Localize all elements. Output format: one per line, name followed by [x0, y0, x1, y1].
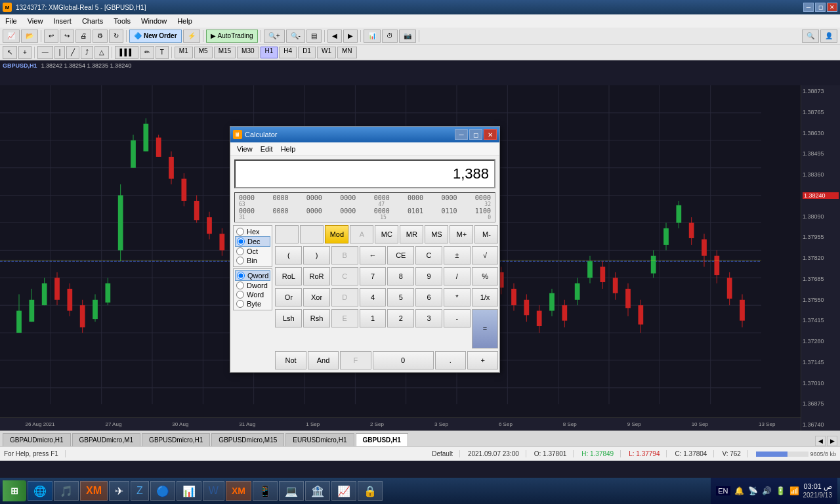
btn-mminus[interactable]: M-	[474, 225, 498, 243]
menu-file[interactable]: File	[0, 14, 22, 28]
hline-btn[interactable]: —	[37, 46, 53, 59]
chart-settings-btn[interactable]: ⚡	[183, 30, 200, 43]
btn-backspace[interactable]: ←	[360, 246, 387, 264]
btn-6[interactable]: 6	[415, 288, 442, 306]
btn-mplus[interactable]: M+	[450, 225, 473, 243]
radio-bin[interactable]: Bin	[235, 256, 270, 265]
zoom-out-btn[interactable]: 🔍-	[286, 30, 305, 43]
tab-gbpusd-h1[interactable]: GBPUSDmicro,H1	[142, 433, 210, 446]
dword-radio[interactable]	[236, 282, 244, 289]
btn-e[interactable]: E	[331, 309, 358, 327]
menu-tools[interactable]: Tools	[108, 14, 136, 28]
zoom-in-btn[interactable]: 🔍+	[264, 30, 285, 43]
clock-display[interactable]: 03:01 ص 2021/9/13	[803, 482, 833, 499]
indicators-btn[interactable]: 📊	[364, 30, 381, 43]
btn-0[interactable]: 0	[373, 351, 434, 369]
search-btn[interactable]: 🔍	[802, 30, 819, 43]
radio-qword[interactable]: Qword	[235, 270, 270, 281]
tab-gbpaud-m1[interactable]: GBPAUDmicro,M1	[72, 433, 141, 446]
taskbar-app5[interactable]: 🔒	[358, 481, 383, 501]
trendline-btn[interactable]: ╱	[66, 46, 79, 59]
taskbar-media[interactable]: 🎵	[54, 481, 79, 501]
btn-inv[interactable]: 1/x	[472, 288, 499, 306]
taskbar-xm[interactable]: XM	[80, 481, 108, 501]
btn-d[interactable]: D	[331, 288, 358, 306]
menu-view[interactable]: View	[22, 14, 49, 28]
byte-radio[interactable]	[236, 300, 244, 308]
btn-ms[interactable]: MS	[425, 225, 448, 243]
btn-ce[interactable]: CE	[387, 246, 414, 264]
new-order-btn[interactable]: 🔷 New Order	[129, 30, 182, 43]
dec-radio[interactable]	[237, 238, 245, 245]
triangle-btn[interactable]: △	[94, 46, 109, 59]
undo-btn[interactable]: ↩	[44, 30, 58, 43]
refresh-btn[interactable]: ↻	[109, 30, 123, 43]
platform-restore-btn[interactable]: ◻	[815, 3, 826, 12]
vline-btn[interactable]: |	[54, 46, 66, 59]
btn-a[interactable]: A	[350, 225, 373, 243]
taskbar-chrome[interactable]: 🔵	[150, 481, 175, 501]
btn-8[interactable]: 8	[387, 267, 414, 285]
taskbar-telegram[interactable]: ✈	[109, 481, 129, 501]
qword-radio[interactable]	[237, 272, 245, 280]
btn-b[interactable]: B	[331, 246, 358, 264]
timeframe-m1[interactable]: M1	[175, 47, 193, 58]
btn-sub[interactable]: -	[444, 309, 471, 327]
btn-lparen[interactable]: (	[275, 246, 302, 264]
btn-5[interactable]: 5	[387, 288, 414, 306]
timeframe-m15[interactable]: M15	[214, 47, 236, 58]
btn-and[interactable]: And	[308, 351, 339, 369]
btn-9[interactable]: 9	[415, 267, 442, 285]
tab-next-btn[interactable]: ▶	[827, 436, 837, 446]
bars-btn[interactable]: ▌▌▌	[115, 46, 138, 59]
btn-ror[interactable]: RoR	[303, 267, 330, 285]
market-watch-btn[interactable]: ◀	[327, 30, 342, 43]
redo-btn[interactable]: ↪	[60, 30, 74, 43]
btn-pct[interactable]: %	[472, 267, 499, 285]
calc-close-btn[interactable]: ✕	[484, 129, 497, 140]
calc-menu-edit[interactable]: Edit	[257, 145, 277, 153]
btn-lsh[interactable]: Lsh	[275, 309, 302, 327]
bin-radio[interactable]	[236, 257, 244, 264]
chart-type-btn[interactable]: ▤	[306, 30, 322, 43]
btn-1[interactable]: 1	[360, 309, 387, 327]
btn-or[interactable]: Or	[275, 288, 302, 306]
menu-window[interactable]: Window	[136, 14, 172, 28]
btn-2[interactable]: 2	[387, 309, 414, 327]
btn-4[interactable]: 4	[360, 288, 387, 306]
timeframe-m30[interactable]: M30	[237, 47, 259, 58]
tab-gbpusd-m15[interactable]: GBPUSDmicro,M15	[211, 433, 284, 446]
btn-plusminus[interactable]: ±	[444, 246, 471, 264]
btn-f[interactable]: F	[340, 351, 371, 369]
platform-close-btn[interactable]: ✕	[827, 3, 837, 12]
tab-gbpusd-main[interactable]: GBPUSD,H1	[356, 433, 408, 446]
btn-c[interactable]: C	[415, 246, 442, 264]
btn-dot[interactable]: .	[435, 351, 466, 369]
account-btn[interactable]: 👤	[820, 30, 837, 43]
taskbar-word[interactable]: W	[203, 481, 224, 501]
open-btn[interactable]: 📂	[21, 30, 38, 43]
taskbar-excel[interactable]: 📊	[177, 481, 201, 501]
btn-mul[interactable]: *	[444, 288, 471, 306]
screenshot-btn[interactable]: 📷	[399, 30, 416, 43]
text-btn[interactable]: T	[156, 46, 169, 59]
word-radio[interactable]	[236, 291, 244, 299]
btn-rol[interactable]: RoL	[275, 267, 302, 285]
calc-menu-view[interactable]: View	[233, 145, 257, 153]
timeframe-h4[interactable]: H4	[279, 47, 297, 58]
btn-add[interactable]: +	[467, 351, 498, 369]
timeframe-h1[interactable]: H1	[261, 47, 278, 58]
btn-sqrt[interactable]: √	[472, 246, 499, 264]
btn-rsh[interactable]: Rsh	[303, 309, 330, 327]
tab-eurusd-h1[interactable]: EURUSDmicro,H1	[285, 433, 354, 446]
radio-dword[interactable]: Dword	[235, 281, 270, 290]
taskbar-ie[interactable]: 🌐	[28, 481, 52, 501]
cursor-btn[interactable]: ↖	[3, 46, 17, 59]
props-btn[interactable]: ⚙	[93, 30, 108, 43]
start-button[interactable]: ⊞	[3, 480, 26, 501]
tab-prev-btn[interactable]: ◀	[815, 436, 826, 446]
timeframe-m5[interactable]: M5	[194, 47, 213, 58]
print-btn[interactable]: 🖨	[75, 30, 91, 43]
timeframe-w1[interactable]: W1	[317, 47, 336, 58]
taskbar-xm2[interactable]: XM	[226, 481, 251, 501]
